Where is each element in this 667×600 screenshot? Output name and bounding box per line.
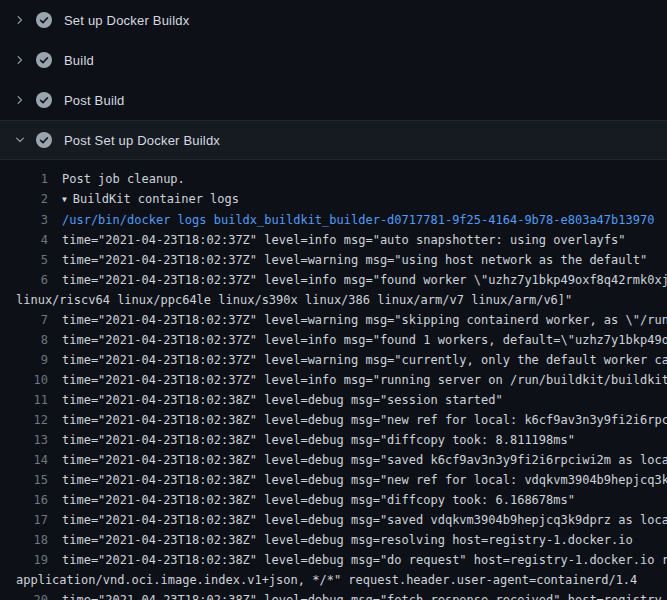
log-line: 1Post job cleanup. (0, 169, 667, 189)
log-text: time="2021-04-23T18:02:37Z" level=info m… (48, 270, 667, 290)
check-circle-icon (36, 132, 52, 148)
line-number[interactable]: 6 (0, 270, 48, 290)
line-number[interactable]: 10 (0, 370, 48, 390)
log-text: time="2021-04-23T18:02:38Z" level=debug … (48, 490, 575, 510)
log-content: 1Post job cleanup.2▼BuildKit container l… (0, 160, 667, 600)
log-command-line: 3/usr/bin/docker logs buildx_buildkit_bu… (0, 210, 667, 230)
log-line: 8time="2021-04-23T18:02:37Z" level=info … (0, 330, 667, 350)
log-text: time="2021-04-23T18:02:38Z" level=debug … (48, 550, 667, 570)
line-number[interactable]: 15 (0, 470, 48, 490)
step-section-label: Post Set up Docker Buildx (64, 133, 220, 148)
log-text: application/vnd.oci.image.index.v1+json,… (0, 570, 637, 590)
log-text: time="2021-04-23T18:02:37Z" level=warnin… (48, 310, 667, 330)
log-text: time="2021-04-23T18:02:38Z" level=debug … (48, 450, 667, 470)
line-number[interactable]: 5 (0, 250, 48, 270)
step-section-label: Post Build (64, 93, 125, 108)
log-text: time="2021-04-23T18:02:37Z" level=info m… (48, 230, 626, 250)
log-line: 4time="2021-04-23T18:02:37Z" level=info … (0, 230, 667, 250)
log-text: linux/riscv64 linux/ppc64le linux/s390x … (0, 290, 572, 310)
log-text: time="2021-04-23T18:02:38Z" level=debug … (48, 390, 503, 410)
step-section-header-1[interactable]: Set up Docker Buildx (0, 0, 667, 40)
step-section-label: Build (64, 53, 94, 68)
log-text: time="2021-04-23T18:02:37Z" level=info m… (48, 370, 667, 390)
check-circle-icon (36, 92, 52, 108)
log-line-continuation: application/vnd.oci.image.index.v1+json,… (0, 570, 667, 590)
log-line: 16time="2021-04-23T18:02:38Z" level=debu… (0, 490, 667, 510)
line-number[interactable]: 11 (0, 390, 48, 410)
line-number[interactable]: 3 (0, 210, 48, 230)
line-number[interactable]: 18 (0, 530, 48, 550)
log-text: ▼BuildKit container logs (48, 189, 239, 210)
log-text: time="2021-04-23T18:02:38Z" level=debug … (48, 530, 633, 550)
line-number[interactable]: 1 (0, 169, 48, 189)
log-line: 7time="2021-04-23T18:02:37Z" level=warni… (0, 310, 667, 330)
step-section-header-4[interactable]: Post Set up Docker Buildx (0, 120, 667, 160)
line-number[interactable]: 20 (0, 590, 48, 600)
line-number[interactable]: 17 (0, 510, 48, 530)
log-line: 13time="2021-04-23T18:02:38Z" level=debu… (0, 430, 667, 450)
log-line: 14time="2021-04-23T18:02:38Z" level=debu… (0, 450, 667, 470)
line-number[interactable]: 2 (0, 189, 48, 210)
log-text: time="2021-04-23T18:02:37Z" level=warnin… (48, 350, 667, 370)
line-number[interactable]: 16 (0, 490, 48, 510)
log-line: 12time="2021-04-23T18:02:38Z" level=debu… (0, 410, 667, 430)
step-section-header-2[interactable]: Build (0, 40, 667, 80)
line-number[interactable]: 13 (0, 430, 48, 450)
log-text: time="2021-04-23T18:02:37Z" level=info m… (48, 330, 667, 350)
group-toggle-icon[interactable]: ▼ (62, 190, 67, 210)
line-number[interactable]: 12 (0, 410, 48, 430)
log-line: 17time="2021-04-23T18:02:38Z" level=debu… (0, 510, 667, 530)
log-line: 5time="2021-04-23T18:02:37Z" level=warni… (0, 250, 667, 270)
step-section-label: Set up Docker Buildx (64, 13, 189, 28)
line-number[interactable]: 8 (0, 330, 48, 350)
check-circle-icon (36, 52, 52, 68)
line-number[interactable]: 14 (0, 450, 48, 470)
chevron-right-icon (12, 12, 28, 28)
actions-log-viewer: Set up Docker Buildx Build Post Build (0, 0, 667, 600)
chevron-right-icon (12, 92, 28, 108)
chevron-right-icon (12, 52, 28, 68)
line-number[interactable]: 7 (0, 310, 48, 330)
log-text: Post job cleanup. (48, 169, 185, 189)
log-line: 18time="2021-04-23T18:02:38Z" level=debu… (0, 530, 667, 550)
log-text: time="2021-04-23T18:02:38Z" level=debug … (48, 590, 667, 600)
log-line: 20time="2021-04-23T18:02:38Z" level=debu… (0, 590, 667, 600)
log-text: time="2021-04-23T18:02:38Z" level=debug … (48, 510, 667, 530)
log-text: /usr/bin/docker logs buildx_buildkit_bui… (48, 210, 654, 230)
log-line: 19time="2021-04-23T18:02:38Z" level=debu… (0, 550, 667, 570)
log-line: 15time="2021-04-23T18:02:38Z" level=debu… (0, 470, 667, 490)
chevron-down-icon (12, 132, 28, 148)
log-text: time="2021-04-23T18:02:38Z" level=debug … (48, 470, 667, 490)
step-section-header-3[interactable]: Post Build (0, 80, 667, 120)
check-circle-icon (36, 12, 52, 28)
log-line-continuation: linux/riscv64 linux/ppc64le linux/s390x … (0, 290, 667, 310)
log-text: time="2021-04-23T18:02:37Z" level=warnin… (48, 250, 647, 270)
line-number[interactable]: 9 (0, 350, 48, 370)
log-text: time="2021-04-23T18:02:38Z" level=debug … (48, 410, 667, 430)
log-line: 10time="2021-04-23T18:02:37Z" level=info… (0, 370, 667, 390)
log-group-line[interactable]: 2▼BuildKit container logs (0, 189, 667, 210)
log-line: 11time="2021-04-23T18:02:38Z" level=debu… (0, 390, 667, 410)
log-line: 9time="2021-04-23T18:02:37Z" level=warni… (0, 350, 667, 370)
line-number[interactable]: 19 (0, 550, 48, 570)
line-number[interactable]: 4 (0, 230, 48, 250)
group-label: BuildKit container logs (73, 192, 239, 206)
log-line: 6time="2021-04-23T18:02:37Z" level=info … (0, 270, 667, 290)
log-text: time="2021-04-23T18:02:38Z" level=debug … (48, 430, 575, 450)
